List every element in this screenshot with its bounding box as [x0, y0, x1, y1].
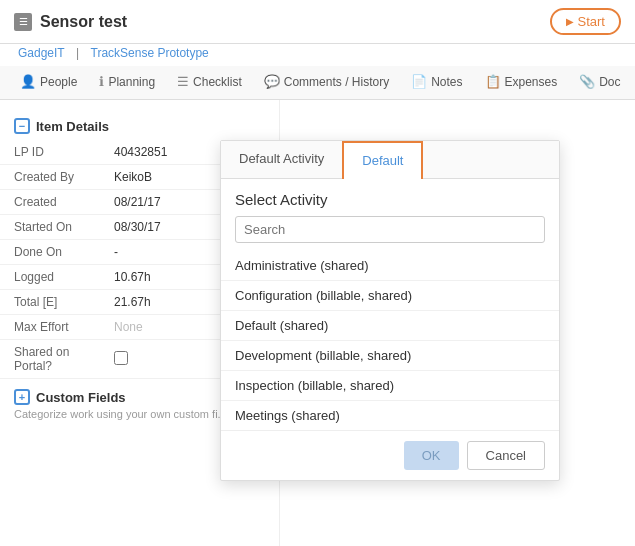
- tab-expenses[interactable]: 📋 Expenses: [475, 66, 568, 99]
- main-content: − Item Details LP ID 40432851 Created By…: [0, 100, 635, 546]
- select-activity-title: Select Activity: [221, 179, 559, 216]
- activity-item-administrative[interactable]: Administrative (shared): [221, 251, 559, 281]
- info-icon: ℹ: [99, 74, 104, 89]
- item-details-toggle[interactable]: −: [14, 118, 30, 134]
- tab-expenses-label: Expenses: [505, 75, 558, 89]
- custom-fields-title: Custom Fields: [36, 390, 126, 405]
- tab-checklist[interactable]: ☰ Checklist: [167, 66, 252, 99]
- activity-item-meetings[interactable]: Meetings (shared): [221, 401, 559, 430]
- field-label-total-e: Total [E]: [0, 290, 100, 315]
- activity-item-development[interactable]: Development (billable, shared): [221, 341, 559, 371]
- start-button[interactable]: Start: [550, 8, 621, 35]
- expenses-icon: 📋: [485, 74, 501, 89]
- activity-list: Administrative (shared) Configuration (b…: [221, 251, 559, 430]
- people-icon: 👤: [20, 74, 36, 89]
- nav-tabs: 👤 People ℹ Planning ☰ Checklist 💬 Commen…: [0, 66, 635, 100]
- tab-doc-label: Doc: [599, 75, 620, 89]
- overlay-footer: OK Cancel: [221, 430, 559, 480]
- tab-default-label: Default: [362, 153, 403, 168]
- tab-checklist-label: Checklist: [193, 75, 242, 89]
- activity-overlay: Default Activity Default Select Activity…: [220, 140, 560, 481]
- doc-icon: 📎: [579, 74, 595, 89]
- activity-item-default[interactable]: Default (shared): [221, 311, 559, 341]
- breadcrumb: GadgeIT | TrackSense Prototype: [0, 44, 635, 66]
- item-details-title: Item Details: [36, 119, 109, 134]
- tab-doc[interactable]: 📎 Doc: [569, 66, 630, 99]
- tab-notes[interactable]: 📄 Notes: [401, 66, 472, 99]
- field-label-started-on: Started On: [0, 215, 100, 240]
- custom-fields-toggle[interactable]: +: [14, 389, 30, 405]
- comments-icon: 💬: [264, 74, 280, 89]
- shared-portal-checkbox[interactable]: [114, 351, 128, 365]
- tab-comments[interactable]: 💬 Comments / History: [254, 66, 399, 99]
- breadcrumb-company[interactable]: GadgeIT: [18, 46, 65, 60]
- tab-people[interactable]: 👤 People: [10, 66, 87, 99]
- field-label-created-by: Created By: [0, 165, 100, 190]
- tab-default[interactable]: Default: [342, 141, 423, 179]
- checklist-icon: ☰: [177, 74, 189, 89]
- tab-default-activity-label: Default Activity: [239, 151, 324, 166]
- cancel-button[interactable]: Cancel: [467, 441, 545, 470]
- search-input[interactable]: [244, 222, 536, 237]
- tab-people-label: People: [40, 75, 77, 89]
- page-title: Sensor test: [40, 13, 127, 31]
- search-box: [235, 216, 545, 243]
- field-label-max-effort: Max Effort: [0, 315, 100, 340]
- breadcrumb-separator: |: [76, 46, 79, 60]
- tab-default-activity[interactable]: Default Activity: [221, 141, 342, 178]
- field-label-shared-portal: Shared on Portal?: [0, 340, 100, 379]
- field-label-logged: Logged: [0, 265, 100, 290]
- field-label-created: Created: [0, 190, 100, 215]
- app-icon: ☰: [14, 13, 32, 31]
- ok-button[interactable]: OK: [404, 441, 459, 470]
- notes-icon: 📄: [411, 74, 427, 89]
- field-label-done-on: Done On: [0, 240, 100, 265]
- tab-planning-label: Planning: [108, 75, 155, 89]
- header-left: ☰ Sensor test: [14, 13, 127, 31]
- activity-item-inspection[interactable]: Inspection (billable, shared): [221, 371, 559, 401]
- tab-planning[interactable]: ℹ Planning: [89, 66, 165, 99]
- breadcrumb-project[interactable]: TrackSense Prototype: [91, 46, 209, 60]
- field-label-lp-id: LP ID: [0, 140, 100, 165]
- activity-tabs: Default Activity Default: [221, 141, 559, 179]
- header: ☰ Sensor test Start: [0, 0, 635, 44]
- tab-comments-label: Comments / History: [284, 75, 389, 89]
- tab-notes-label: Notes: [431, 75, 462, 89]
- item-details-section-header: − Item Details: [0, 112, 279, 140]
- activity-item-configuration[interactable]: Configuration (billable, shared): [221, 281, 559, 311]
